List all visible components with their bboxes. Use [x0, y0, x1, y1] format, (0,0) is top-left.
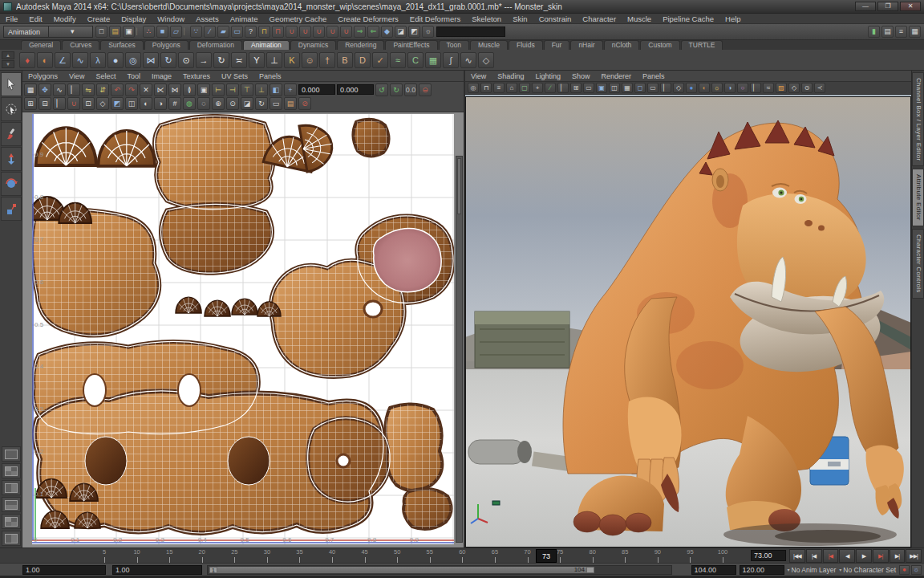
frame-selection-icon[interactable]: ⊙	[226, 97, 239, 110]
resolution-gate-icon[interactable]: ▣	[596, 83, 607, 93]
shadows-icon[interactable]: ◑	[724, 83, 736, 93]
orient-joint-icon[interactable]: ↻	[160, 52, 176, 68]
field-chart-icon[interactable]: ▦	[622, 83, 633, 93]
separator[interactable]: ▏	[184, 26, 188, 38]
rotate-45-cw-icon[interactable]: ↻	[390, 83, 403, 96]
rotate-uv-ccw-icon[interactable]: ↶	[111, 83, 124, 96]
menu-item[interactable]: Muscle	[622, 14, 657, 23]
viewport-menu-item[interactable]: Lighting	[529, 72, 566, 80]
aim-constraint-icon[interactable]: →	[196, 52, 212, 68]
layout-outliner-persp-button[interactable]	[2, 531, 21, 546]
joint-tool-icon[interactable]: ●	[107, 52, 124, 68]
numeric-input-field[interactable]	[436, 26, 505, 37]
separator[interactable]: ▏	[750, 83, 761, 93]
render-view-icon[interactable]: ◪	[395, 26, 407, 38]
attribute-editor-toggle[interactable]: ▤	[881, 26, 894, 38]
close-button[interactable]: ✕	[900, 2, 921, 11]
character-set-icon[interactable]: ◇	[478, 52, 494, 68]
set-driven-key-icon[interactable]: K	[284, 52, 300, 68]
snap-uv-grid-icon[interactable]: ∪	[67, 97, 80, 110]
pixel-snap-icon[interactable]: ⊡	[82, 97, 95, 110]
play-forwards-button[interactable]: ▶	[856, 549, 872, 563]
snap-point-icon[interactable]: ∪	[313, 26, 325, 38]
textured-icon[interactable]: ◐	[699, 83, 710, 93]
go-to-end-button[interactable]: ▶▶|	[906, 549, 922, 563]
playback-end-field[interactable]	[691, 565, 736, 575]
move-and-sew-icon[interactable]: ≬	[183, 83, 196, 96]
viewport-menu-item[interactable]: Renderer	[595, 72, 637, 80]
shade-uv-shell-icon[interactable]: ◩	[111, 97, 124, 110]
tool-settings-toggle[interactable]: ≡	[895, 26, 907, 38]
select-shortest-path-icon[interactable]: ∿	[53, 83, 66, 96]
layout-single-pane-button[interactable]	[2, 446, 21, 462]
step-forward-key-button[interactable]: ▶|	[873, 549, 889, 563]
graph-editor-icon[interactable]: ∿	[460, 52, 476, 68]
menu-item[interactable]: Animate	[225, 14, 264, 23]
view-grid-icon[interactable]: #	[168, 97, 181, 110]
motion-blur-icon[interactable]: ≈	[763, 83, 774, 93]
menu-item[interactable]: Skin	[507, 14, 533, 23]
set-key-icon[interactable]: ♦	[19, 52, 35, 68]
motion-path-icon[interactable]: ∫	[443, 52, 459, 68]
pole-vector-icon[interactable]: ⊥	[266, 52, 282, 68]
step-forward-frame-button[interactable]: ▶|	[890, 549, 906, 563]
new-scene-icon[interactable]: □	[95, 26, 107, 38]
step-back-frame-button[interactable]: |◀	[806, 549, 822, 563]
menu-item[interactable]: File	[0, 14, 23, 23]
select-hierarchy-icon[interactable]: ∴	[143, 26, 155, 38]
uv-scrollbar[interactable]	[456, 156, 463, 543]
menu-item[interactable]: Constrain	[533, 14, 578, 23]
title-bar[interactable]: Autodesk Maya 2014 x64: C:\Users\obertd\…	[0, 0, 924, 14]
two-d-pan-zoom-icon[interactable]: +	[532, 83, 543, 93]
animation-end-field[interactable]	[740, 565, 784, 575]
shelf-tab-ncloth[interactable]: nCloth	[604, 40, 640, 50]
uv-editor-menu-item[interactable]: Select	[90, 72, 121, 80]
bind-skin-icon[interactable]: B	[337, 52, 353, 68]
viewport-canvas[interactable]	[465, 96, 911, 547]
menu-item[interactable]: Display	[116, 14, 152, 23]
create-cluster-icon[interactable]: C	[407, 52, 424, 68]
gate-mask-icon[interactable]: ◫	[609, 83, 620, 93]
split-uv-icon[interactable]: ⋉	[154, 83, 167, 96]
snap-grid-icon[interactable]: ∪	[286, 26, 298, 38]
rotate-uv-cw-icon[interactable]: ↷	[125, 83, 138, 96]
viewport-menu-item[interactable]: Show	[566, 72, 596, 80]
orient-constraint-icon[interactable]: ↻	[213, 52, 229, 68]
current-frame-marker[interactable]: 73	[536, 549, 557, 563]
multisample-icon[interactable]: ▨	[776, 83, 787, 93]
grease-pencil-icon[interactable]: ∕	[545, 83, 556, 93]
maximize-button[interactable]: ❐	[877, 2, 898, 11]
texture-bake-icon[interactable]: ◪	[241, 97, 253, 110]
safe-action-icon[interactable]: ◻	[634, 83, 646, 93]
ik-handle-icon[interactable]: ∠	[55, 52, 71, 68]
flip-u-icon[interactable]: ⇋	[82, 83, 95, 96]
wireframe-icon[interactable]: ◇	[673, 83, 684, 93]
animation-start-field[interactable]	[22, 565, 106, 575]
blend-shape-icon[interactable]: ≈	[390, 52, 406, 68]
shelf-tab-muscle[interactable]: Muscle	[470, 40, 508, 50]
snap-projected-center-icon[interactable]: ∪	[326, 26, 338, 38]
hik-skeleton-icon[interactable]: †	[319, 52, 335, 68]
copy-uv-icon[interactable]: ⊞	[24, 97, 37, 110]
display-image-icon[interactable]: ◐	[140, 97, 152, 110]
uv-snapshot-icon[interactable]: ▤	[284, 97, 297, 110]
select-edges-icon[interactable]: ∕	[204, 26, 216, 38]
human-skeleton-icon[interactable]: λ	[90, 52, 106, 68]
menu-item[interactable]: Edit Deformers	[404, 14, 466, 23]
go-to-start-button[interactable]: |◀◀	[789, 549, 805, 563]
uv-editor-menu-item[interactable]: Panels	[253, 72, 287, 80]
grid-icon[interactable]: ⊞	[570, 83, 582, 93]
shelf-tab-toon[interactable]: Toon	[439, 40, 469, 50]
layout-two-stacked-button[interactable]	[2, 497, 21, 512]
modeling-toolkit-toggle[interactable]: ▮	[868, 26, 880, 38]
save-scene-icon[interactable]: ▣	[123, 26, 135, 38]
shelf-tab-fur[interactable]: Fur	[544, 40, 570, 50]
time-slider[interactable]: 5101520253035404550556065707580859095100…	[0, 547, 924, 563]
move-tool[interactable]	[1, 147, 22, 171]
uv-canvas[interactable]: 00.10.20.30.40.50.60.70.80.9 0.90.80.70.…	[32, 114, 454, 544]
frame-all-icon[interactable]: ⊕	[212, 97, 225, 110]
rgb-channels-icon[interactable]: ◍	[183, 97, 196, 110]
mirror-joint-icon[interactable]: ⋈	[143, 52, 159, 68]
xray-icon[interactable]: ◇	[788, 83, 800, 93]
separator[interactable]: ▏	[67, 83, 80, 96]
